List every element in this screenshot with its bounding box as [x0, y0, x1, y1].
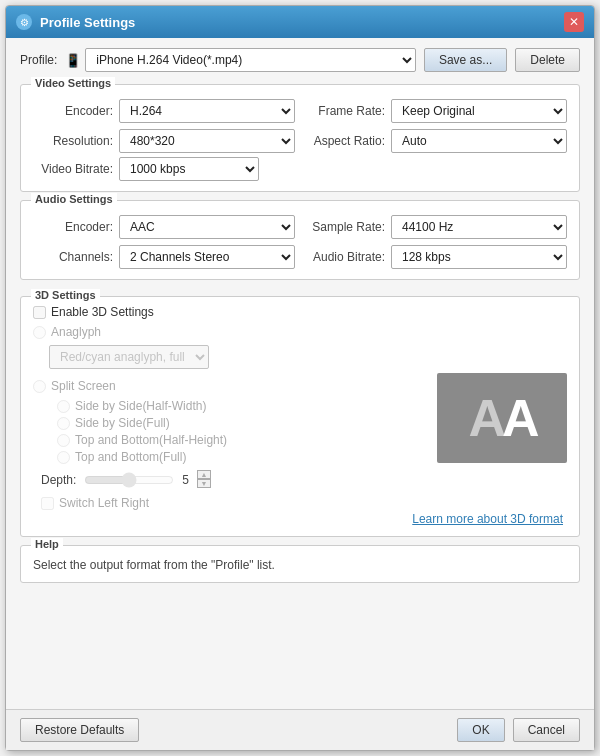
switch-row: Switch Left Right — [33, 496, 427, 510]
side-by-side-full-label: Side by Side(Full) — [75, 416, 170, 430]
d3-section-title: 3D Settings — [31, 289, 100, 301]
top-bottom-full-row: Top and Bottom(Full) — [57, 450, 427, 464]
splitscreen-radio[interactable] — [33, 380, 46, 393]
audio-bitrate-select[interactable]: 128 kbps — [391, 245, 567, 269]
video-form-grid: Encoder: H.264 Frame Rate: Keep Original… — [33, 99, 567, 153]
anaglyph-select[interactable]: Red/cyan anaglyph, full color — [49, 345, 209, 369]
dialog-title: Profile Settings — [40, 15, 564, 30]
top-bottom-full-label: Top and Bottom(Full) — [75, 450, 186, 464]
ok-button[interactable]: OK — [457, 718, 504, 742]
main-content: Profile: 📱 iPhone H.264 Video(*.mp4) Sav… — [6, 38, 594, 709]
aa-preview: AA — [437, 373, 567, 463]
samplerate-row: Sample Rate: 44100 Hz — [305, 215, 567, 239]
samplerate-label: Sample Rate: — [305, 220, 385, 234]
footer-right: OK Cancel — [457, 718, 580, 742]
side-by-side-full-radio[interactable] — [57, 417, 70, 430]
profile-label: Profile: — [20, 53, 57, 67]
side-by-side-full-row: Side by Side(Full) — [57, 416, 427, 430]
audio-section-title: Audio Settings — [31, 193, 117, 205]
aa-right: A — [502, 389, 536, 447]
video-bitrate-row: Video Bitrate: 1000 kbps — [33, 157, 567, 181]
help-title: Help — [31, 538, 63, 550]
top-bottom-half-row: Top and Bottom(Half-Height) — [57, 433, 427, 447]
side-by-side-half-row: Side by Side(Half-Width) — [57, 399, 427, 413]
video-bitrate-select[interactable]: 1000 kbps — [119, 157, 259, 181]
channels-row: Channels: 2 Channels Stereo — [33, 245, 295, 269]
audio-bitrate-row: Audio Bitrate: 128 kbps — [305, 245, 567, 269]
depth-spinner: ▲ ▼ — [197, 470, 211, 490]
audio-form-grid: Encoder: AAC Sample Rate: 44100 Hz Chann… — [33, 215, 567, 269]
d3-layout: Anaglyph Red/cyan anaglyph, full color S… — [33, 325, 567, 510]
restore-defaults-button[interactable]: Restore Defaults — [20, 718, 139, 742]
channels-label: Channels: — [33, 250, 113, 264]
enable-3d-row: Enable 3D Settings — [33, 305, 567, 319]
delete-button[interactable]: Delete — [515, 48, 580, 72]
phone-icon: 📱 — [65, 53, 81, 68]
anaglyph-label: Anaglyph — [51, 325, 101, 339]
side-by-side-half-label: Side by Side(Half-Width) — [75, 399, 206, 413]
aspect-label: Aspect Ratio: — [305, 134, 385, 148]
cancel-button[interactable]: Cancel — [513, 718, 580, 742]
audio-encoder-label: Encoder: — [33, 220, 113, 234]
depth-label: Depth: — [41, 473, 76, 487]
encoder-label: Encoder: — [33, 104, 113, 118]
resolution-label: Resolution: — [33, 134, 113, 148]
side-by-side-half-radio[interactable] — [57, 400, 70, 413]
switch-lr-label: Switch Left Right — [59, 496, 149, 510]
help-section: Help Select the output format from the "… — [20, 545, 580, 583]
depth-value: 5 — [182, 473, 189, 487]
anaglyph-select-wrap: Red/cyan anaglyph, full color — [33, 345, 427, 369]
enable-3d-checkbox[interactable] — [33, 306, 46, 319]
save-as-button[interactable]: Save as... — [424, 48, 507, 72]
profile-select-wrap: 📱 iPhone H.264 Video(*.mp4) — [65, 48, 416, 72]
audio-settings-section: Audio Settings Encoder: AAC Sample Rate:… — [20, 200, 580, 280]
app-icon: ⚙ — [16, 14, 32, 30]
titlebar: ⚙ Profile Settings ✕ — [6, 6, 594, 38]
resolution-row: Resolution: 480*320 — [33, 129, 295, 153]
top-bottom-half-label: Top and Bottom(Half-Height) — [75, 433, 227, 447]
help-text: Select the output format from the "Profi… — [33, 558, 567, 572]
top-bottom-full-radio[interactable] — [57, 451, 70, 464]
enable-3d-label: Enable 3D Settings — [51, 305, 154, 319]
d3-settings-section: 3D Settings Enable 3D Settings Anaglyph … — [20, 296, 580, 537]
framerate-row: Frame Rate: Keep Original — [305, 99, 567, 123]
sub-radio-group: Side by Side(Half-Width) Side by Side(Fu… — [33, 399, 427, 464]
aspect-row: Aspect Ratio: Auto — [305, 129, 567, 153]
video-settings-section: Video Settings Encoder: H.264 Frame Rate… — [20, 84, 580, 192]
profile-row: Profile: 📱 iPhone H.264 Video(*.mp4) Sav… — [20, 48, 580, 72]
profile-select[interactable]: iPhone H.264 Video(*.mp4) — [85, 48, 416, 72]
resolution-select[interactable]: 480*320 — [119, 129, 295, 153]
depth-decrement[interactable]: ▼ — [197, 479, 211, 488]
encoder-select[interactable]: H.264 — [119, 99, 295, 123]
aa-left: A — [468, 389, 502, 447]
close-button[interactable]: ✕ — [564, 12, 584, 32]
audio-encoder-row: Encoder: AAC — [33, 215, 295, 239]
learn-more-link[interactable]: Learn more about 3D format — [412, 512, 563, 526]
learn-more-row: Learn more about 3D format — [33, 512, 567, 526]
framerate-select[interactable]: Keep Original — [391, 99, 567, 123]
audio-encoder-select[interactable]: AAC — [119, 215, 295, 239]
audio-bitrate-label: Audio Bitrate: — [305, 250, 385, 264]
d3-left: Anaglyph Red/cyan anaglyph, full color S… — [33, 325, 427, 510]
encoder-row: Encoder: H.264 — [33, 99, 295, 123]
aspect-select[interactable]: Auto — [391, 129, 567, 153]
splitscreen-label: Split Screen — [51, 379, 116, 393]
top-bottom-half-radio[interactable] — [57, 434, 70, 447]
anaglyph-radio[interactable] — [33, 326, 46, 339]
samplerate-select[interactable]: 44100 Hz — [391, 215, 567, 239]
switch-lr-checkbox[interactable] — [41, 497, 54, 510]
framerate-label: Frame Rate: — [305, 104, 385, 118]
profile-settings-dialog: ⚙ Profile Settings ✕ Profile: 📱 iPhone H… — [5, 5, 595, 751]
aa-text: AA — [468, 392, 535, 444]
depth-slider[interactable] — [84, 472, 174, 488]
splitscreen-row: Split Screen — [33, 379, 427, 393]
anaglyph-row: Anaglyph — [33, 325, 427, 339]
footer: Restore Defaults OK Cancel — [6, 709, 594, 750]
video-section-title: Video Settings — [31, 77, 115, 89]
depth-increment[interactable]: ▲ — [197, 470, 211, 479]
video-bitrate-label: Video Bitrate: — [33, 162, 113, 176]
depth-row: Depth: 5 ▲ ▼ — [33, 470, 427, 490]
channels-select[interactable]: 2 Channels Stereo — [119, 245, 295, 269]
d3-preview-panel: AA — [437, 325, 567, 510]
